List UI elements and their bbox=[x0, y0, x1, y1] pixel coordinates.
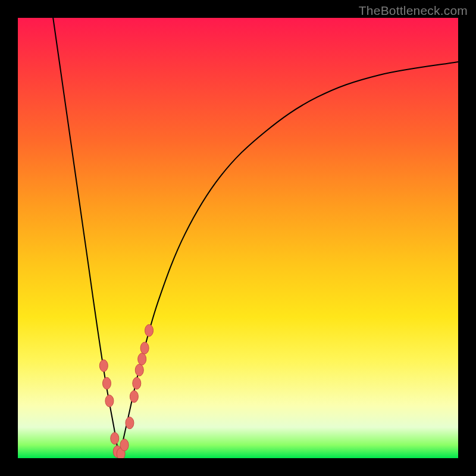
chart-frame: TheBottleneck.com bbox=[0, 0, 476, 476]
data-marker bbox=[133, 377, 141, 389]
watermark-text: TheBottleneck.com bbox=[359, 4, 468, 18]
curve-right-branch bbox=[119, 62, 458, 458]
data-marker bbox=[102, 377, 111, 389]
plot-area bbox=[18, 18, 458, 458]
data-marker bbox=[120, 439, 129, 451]
data-marker bbox=[111, 433, 119, 444]
data-marker bbox=[145, 324, 154, 336]
data-marker bbox=[126, 417, 134, 429]
data-marker bbox=[130, 390, 138, 402]
data-marker bbox=[140, 342, 149, 354]
data-marker bbox=[138, 353, 146, 365]
data-marker bbox=[99, 360, 108, 372]
chart-svg bbox=[18, 18, 458, 458]
data-marker bbox=[135, 364, 143, 376]
curve-left-branch bbox=[53, 18, 119, 458]
data-marker bbox=[105, 395, 114, 407]
